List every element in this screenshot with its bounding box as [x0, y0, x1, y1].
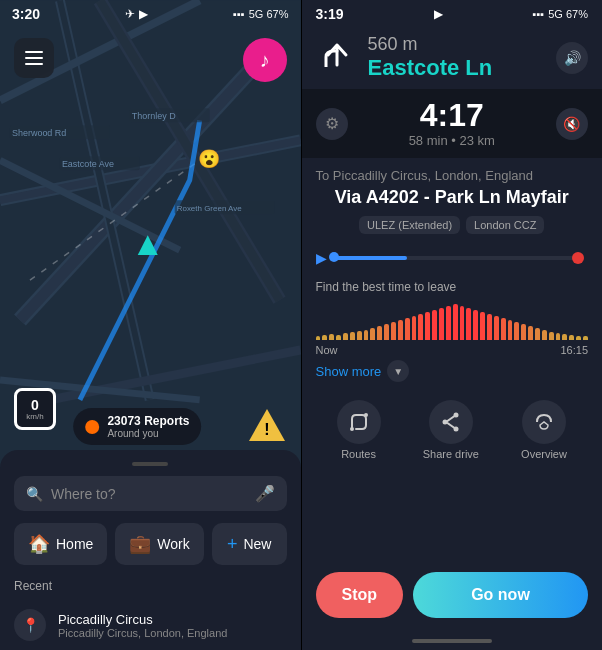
go-now-button[interactable]: Go now	[413, 572, 588, 618]
traffic-bar	[432, 310, 437, 340]
recent-item-address: Piccadilly Circus, London, England	[58, 627, 227, 639]
turn-icon-wrap	[316, 37, 358, 79]
eta-duration: 58 min	[409, 133, 448, 148]
reports-count: 23073 Reports	[107, 414, 189, 428]
traffic-bar	[576, 336, 581, 340]
time-left: 3:20	[12, 6, 40, 22]
traffic-bar	[535, 328, 540, 340]
svg-text:Roxeth Green Ave: Roxeth Green Ave	[177, 204, 243, 213]
search-bar[interactable]: 🔍 Where to? 🎤	[14, 476, 287, 511]
traffic-bar	[391, 322, 396, 340]
traffic-bar	[322, 335, 327, 340]
svg-text:!: !	[264, 421, 269, 438]
traffic-bar	[487, 314, 492, 340]
route-destination: To Piccadilly Circus, London, England	[316, 168, 589, 183]
reports-badge[interactable]: 23073 Reports Around you	[73, 408, 201, 445]
eta-details: 58 min • 23 km	[409, 133, 495, 148]
traffic-bar	[562, 334, 567, 340]
time-now-label: Now	[316, 344, 338, 356]
new-button[interactable]: + New	[212, 523, 287, 565]
work-button[interactable]: 💼 Work	[115, 523, 203, 565]
svg-point-27	[364, 413, 368, 417]
home-button[interactable]: 🏠 Home	[14, 523, 107, 565]
home-indicator	[412, 639, 492, 643]
traffic-bar	[528, 326, 533, 340]
new-label: New	[243, 536, 271, 552]
status-bar-right: 3:19 ▶ ▪▪▪ 5G 67%	[302, 0, 603, 28]
traffic-bar	[466, 308, 471, 340]
home-icon: 🏠	[28, 533, 50, 555]
traffic-bar	[384, 324, 389, 340]
traffic-bar	[364, 330, 369, 340]
overview-icon-wrap	[522, 400, 566, 444]
svg-text:Thornley D: Thornley D	[132, 111, 176, 121]
route-progress: ▶	[302, 244, 603, 272]
show-more-button[interactable]: Show more ▼	[316, 360, 589, 382]
speaker-icon: 🔇	[563, 116, 580, 132]
network-type-left: 5G 67%	[249, 8, 289, 20]
go-now-label: Go now	[471, 586, 530, 604]
progress-end-dot	[572, 252, 584, 264]
traffic-bar	[316, 336, 321, 340]
traffic-bar	[370, 328, 375, 340]
overview-button[interactable]: Overview	[521, 400, 567, 460]
status-icons-left: ▪▪▪ 5G 67%	[233, 8, 288, 20]
volume-button[interactable]: 🔇	[556, 108, 588, 140]
reports-text: 23073 Reports Around you	[107, 414, 189, 439]
traffic-bar	[480, 312, 485, 340]
status-bar-left: 3:20 ✈ ▶ ▪▪▪ 5G 67%	[0, 0, 301, 28]
list-item[interactable]: 📍 Piccadilly Circus Piccadilly Circus, L…	[14, 603, 287, 647]
traffic-bar	[521, 324, 526, 340]
traffic-bar	[583, 336, 588, 340]
bottom-buttons: Stop Go now	[302, 564, 603, 632]
svg-text:Sherwood Rd: Sherwood Rd	[12, 128, 66, 138]
music-button[interactable]: ♪	[243, 38, 287, 82]
traffic-bar	[501, 318, 506, 340]
route-tags: ULEZ (Extended) London CCZ	[316, 216, 589, 234]
share-icon-wrap	[429, 400, 473, 444]
work-icon: 💼	[129, 533, 151, 555]
traffic-bar	[418, 314, 423, 340]
svg-text:Eastcote Ave: Eastcote Ave	[62, 159, 114, 169]
nav-header: 560 m Eastcote Ln 🔊	[302, 28, 603, 89]
stop-button[interactable]: Stop	[316, 572, 404, 618]
routes-icon-wrap	[337, 400, 381, 444]
time-to-leave-section: Find the best time to leave Now 16:15 Sh…	[302, 272, 603, 390]
search-input[interactable]: Where to?	[51, 486, 247, 502]
overview-label: Overview	[521, 448, 567, 460]
warning-triangle-icon: !	[247, 405, 287, 445]
nav-street: Eastcote Ln	[368, 55, 493, 81]
progress-fill	[333, 256, 407, 260]
traffic-bar	[357, 331, 362, 340]
traffic-bar	[473, 310, 478, 340]
network-type-right: 5G 67%	[548, 8, 588, 20]
location-pin-icon: 📍	[22, 617, 39, 633]
progress-start-dot	[329, 252, 339, 262]
traffic-bar	[425, 312, 430, 340]
traffic-bar	[329, 334, 334, 340]
warning-sign[interactable]: !	[247, 405, 287, 445]
svg-point-28	[453, 413, 458, 418]
work-label: Work	[157, 536, 189, 552]
traffic-bar	[556, 333, 561, 340]
reports-sub: Around you	[107, 428, 189, 439]
voice-button[interactable]: 🔊	[556, 42, 588, 74]
show-more-label: Show more	[316, 364, 382, 379]
share-drive-button[interactable]: Share drive	[423, 400, 479, 460]
right-panel: 3:19 ▶ ▪▪▪ 5G 67% 560 m Eastcote Ln 🔊 ⚙	[302, 0, 603, 650]
left-panel: Sherwood Rd Thornley D Eastcote Ave Roxe…	[0, 0, 301, 650]
recent-item-icon-wrap: 📍	[14, 609, 46, 641]
traffic-bar	[549, 332, 554, 340]
route-via: Via A4202 - Park Ln Mayfair	[316, 187, 589, 208]
microphone-icon[interactable]: 🎤	[255, 484, 275, 503]
menu-button[interactable]	[14, 38, 54, 78]
svg-point-26	[350, 427, 354, 431]
traffic-bar	[412, 316, 417, 340]
routes-button[interactable]: Routes	[337, 400, 381, 460]
time-right: 3:19	[316, 6, 344, 22]
plus-icon: +	[227, 534, 238, 555]
settings-button[interactable]: ⚙	[316, 108, 348, 140]
status-icons-right: ▪▪▪ 5G 67%	[533, 8, 588, 20]
speed-unit: km/h	[26, 412, 43, 421]
routes-label: Routes	[341, 448, 376, 460]
